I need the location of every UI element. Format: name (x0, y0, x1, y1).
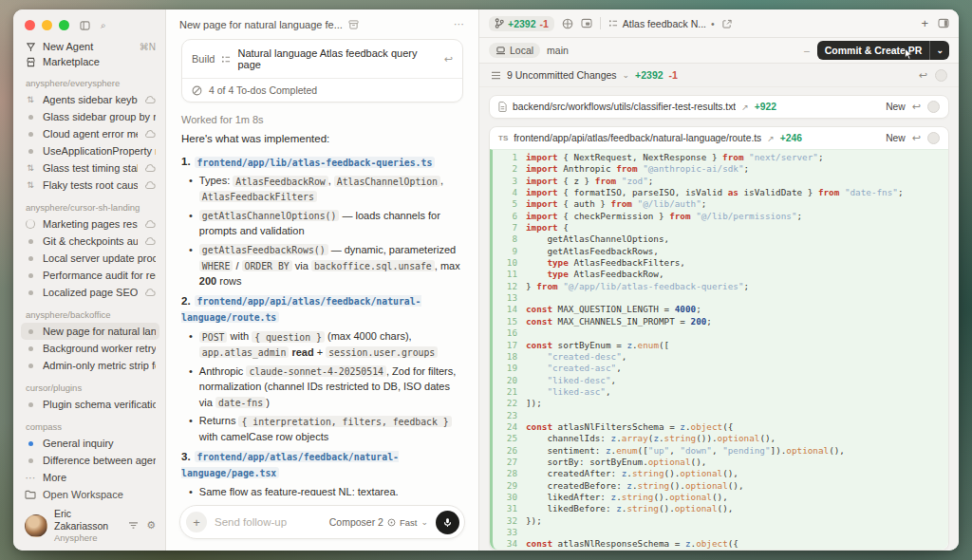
attach-plus-icon[interactable]: + (186, 512, 207, 532)
line-number: 34 (493, 538, 526, 550)
open-file-icon[interactable]: ↗ (767, 134, 775, 143)
stage-all-checkbox[interactable] (935, 69, 947, 82)
settings-gear-icon[interactable]: ⚙ (146, 519, 156, 532)
minimize-button[interactable] (42, 20, 52, 30)
todos-label: 4 of 4 To-dos Completed (209, 84, 317, 96)
worked-duration: Worked for 1m 8s (181, 114, 463, 125)
layout-icon[interactable] (80, 21, 90, 30)
speed-label: Fast (400, 517, 417, 528)
stage-file-checkbox[interactable] (927, 101, 940, 113)
code-line: 5import { auth } from "@/lib/auth"; (493, 198, 948, 210)
chat-more-icon[interactable]: ⋯ (454, 18, 465, 30)
commit-options-chevron[interactable]: ⌄ (929, 41, 949, 60)
user-profile[interactable]: Eric Zakariasson Anysphere ⚙ (25, 508, 156, 543)
sidebar-agent-item[interactable]: ⇅Glass test timing stabilization (21, 159, 159, 177)
discard-all-icon[interactable]: ↩ (919, 69, 927, 82)
model-selector[interactable]: Composer 2 Fast ⌄ (329, 516, 428, 528)
sidebar-agent-item[interactable]: Admin-only metric strip for inco... (21, 357, 159, 374)
marketplace-button[interactable]: Marketplace (25, 54, 156, 69)
summary-intro: Here's what was implemented: (181, 133, 463, 144)
sidebar-agent-item[interactable]: General inquiry (21, 435, 159, 452)
archive-icon[interactable] (348, 20, 359, 29)
sidebar-agent-item[interactable]: Git & checkpoints automatic c... (21, 233, 159, 250)
build-task-card[interactable]: Build Natural language Atlas feedback qu… (181, 39, 463, 103)
sidebar-agent-item[interactable]: Plugin schema verification (21, 396, 159, 413)
cloud-icon (144, 130, 156, 139)
status-dot-icon (25, 273, 36, 278)
local-badge[interactable]: Local (489, 43, 540, 58)
panel-toggle-icon[interactable] (938, 18, 949, 28)
code-diff-view[interactable]: 1import { NextRequest, NextResponse } fr… (490, 149, 948, 550)
line-number: 15 (493, 316, 526, 327)
branch-name[interactable]: main (547, 45, 569, 56)
file-card-txt[interactable]: backend/src/workflows/utils/classifier-t… (489, 95, 949, 119)
followup-input[interactable]: + Send follow-up Composer 2 Fast ⌄ (179, 505, 465, 539)
open-file-icon[interactable]: ↗ (741, 103, 749, 112)
file-card-route-ts[interactable]: TS frontend/app/api/atlas/feedback/natur… (489, 126, 949, 551)
new-tab-plus-icon[interactable]: + (921, 16, 928, 30)
agent-item-label: Localized page SEO (43, 287, 138, 298)
file-path-link[interactable]: frontend/app/lib/atlas-feedback-queries.… (195, 157, 436, 168)
agent-item-label: General inquiry (43, 438, 156, 449)
line-number: 19 (493, 363, 526, 374)
sidebar-agent-item[interactable]: Localized page SEO (21, 284, 159, 301)
filter-icon[interactable] (128, 521, 139, 530)
sidebar-agent-item[interactable]: Local server update process (21, 250, 159, 267)
progress-spinner-icon (25, 219, 36, 229)
status-dot-icon (25, 346, 36, 351)
changes-label: 9 Uncommitted Changes (507, 69, 617, 81)
code-line: 4import { formatISO, parseISO, isValid a… (493, 187, 948, 198)
zoom-button[interactable] (59, 20, 69, 30)
discard-file-icon[interactable]: ↩ (912, 132, 921, 144)
status-dot-icon (25, 402, 36, 407)
inline-code: ORDER BY (242, 260, 292, 271)
changes-chevron-icon: ⌄ (623, 70, 630, 80)
user-org: Anysphere (54, 532, 122, 543)
sidebar-agent-item[interactable]: ⇅Flaky tests root cause (21, 177, 159, 194)
line-number: 2 (493, 163, 526, 175)
file-added-count: +922 (755, 102, 776, 112)
implementation-item: 3.frontend/app/atlas/feedback/natural-la… (181, 449, 463, 495)
monitor-icon[interactable] (581, 18, 592, 28)
line-number: 26 (493, 445, 526, 457)
file-path-link[interactable]: frontend/app/api/atlas/feedback/natural-… (181, 295, 421, 323)
sidebar-agent-item[interactable]: Marketing pages responsiven... (21, 215, 159, 233)
open-workspace-button[interactable]: Open Workspace (25, 486, 156, 502)
file-path-link[interactable]: frontend/app/atlas/feedback/natural-lang… (181, 451, 399, 478)
stage-file-checkbox[interactable] (927, 132, 940, 144)
bullet-point: •Returns { interpretation, filters, feed… (189, 413, 463, 444)
new-agent-button[interactable]: New Agent ⌘N (25, 39, 156, 54)
sidebar-agent-item[interactable]: UseApplicationProperty migrati... (21, 142, 159, 159)
line-number: 14 (493, 304, 526, 315)
revert-icon[interactable]: ↩ (444, 53, 453, 65)
mic-button[interactable] (436, 511, 459, 534)
item-number: 1. (181, 156, 191, 167)
uncommitted-changes-row[interactable]: 9 Uncommitted Changes ⌄ +2392 -1 ↩ (479, 64, 959, 87)
search-icon[interactable]: ⌕ (101, 20, 106, 31)
line-number: 23 (493, 410, 526, 421)
agent-item-label: Flaky tests root cause (43, 179, 138, 191)
open-external-icon[interactable] (722, 19, 732, 28)
sidebar-agent-item[interactable]: ⇅Agents sidebar keyboard expe... (21, 91, 159, 108)
globe-icon[interactable] (562, 18, 573, 29)
status-dot-icon: ⇅ (25, 181, 36, 190)
diff-stats-pill[interactable]: +2392 -1 (489, 16, 554, 31)
sidebar-agent-item[interactable]: Cloud agent error message re... (21, 125, 159, 142)
sidebar-agent-item[interactable]: Difference between agents and ... (21, 452, 159, 469)
active-tab[interactable]: Atlas feedback N... • (608, 18, 715, 29)
sidebar-agent-item[interactable]: Performance audit for redesigne... (21, 267, 159, 284)
close-button[interactable] (25, 20, 35, 30)
sidebar-agent-item[interactable]: Background worker retry handling (21, 340, 159, 357)
status-dot-icon (25, 441, 36, 446)
cloud-icon (144, 237, 156, 246)
commit-create-pr-button[interactable]: Commit & Create PR ⌄ (817, 41, 949, 60)
line-number: 13 (493, 292, 526, 304)
sidebar-agent-item[interactable]: New page for natural language f... (21, 323, 159, 340)
todos-row[interactable]: 4 of 4 To-dos Completed (182, 78, 462, 102)
sidebar-agent-item[interactable]: Glass sidebar group by none op... (21, 108, 159, 125)
discard-file-icon[interactable]: ↩ (912, 101, 921, 113)
file-status-badge: New (886, 133, 906, 143)
list-icon (491, 71, 501, 80)
sidebar-agent-item[interactable]: ⋯More (21, 469, 159, 486)
collapse-dash-icon[interactable]: – (804, 45, 810, 56)
